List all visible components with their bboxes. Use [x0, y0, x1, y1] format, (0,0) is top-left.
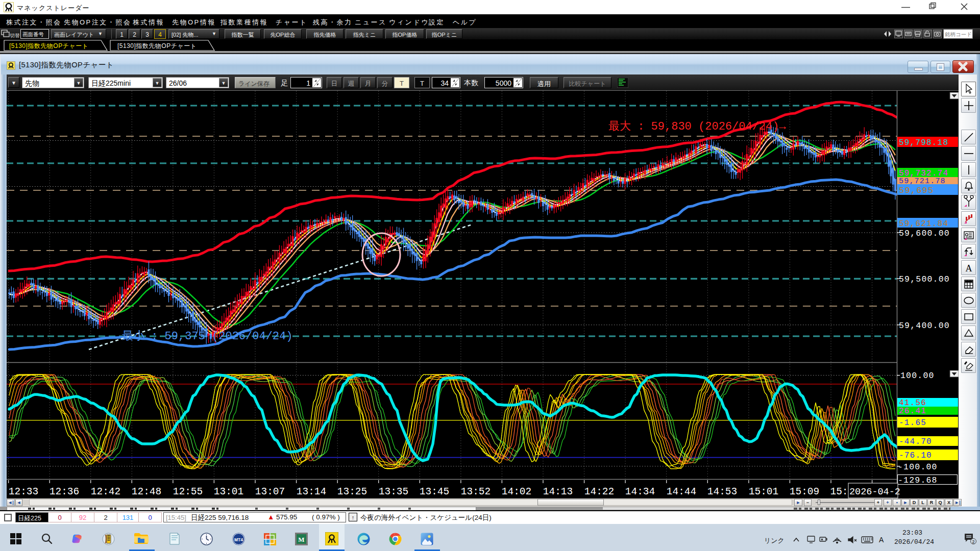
svg-text:12:33: 12:33: [9, 486, 39, 497]
svg-text:15:: 15:: [830, 486, 848, 497]
svg-text:最小 : 59,375 (2026/04/24): 最小 : 59,375 (2026/04/24): [122, 330, 292, 343]
svg-text:-100.00: -100.00: [898, 462, 938, 472]
svg-text:[5130]指数先物OPチャート: [5130]指数先物OPチャート: [117, 42, 197, 49]
svg-text:13:25: 13:25: [337, 486, 368, 497]
svg-text:100.00: 100.00: [900, 371, 935, 381]
svg-text:13:01: 13:01: [214, 486, 244, 497]
svg-text:26.41: 26.41: [899, 407, 926, 416]
svg-text:13:35: 13:35: [379, 486, 409, 497]
svg-text:15:09: 15:09: [790, 486, 820, 497]
svg-text:59,500.00: 59,500.00: [899, 274, 950, 284]
svg-text:12:55: 12:55: [173, 486, 203, 497]
svg-text:A: A: [879, 536, 884, 544]
svg-text:59,732.74: 59,732.74: [899, 169, 948, 178]
svg-text:14:53: 14:53: [707, 486, 738, 497]
svg-text:13:52: 13:52: [461, 486, 491, 497]
svg-text:14:34: 14:34: [625, 486, 655, 497]
svg-text:59,600.00: 59,600.00: [899, 229, 950, 238]
svg-text:A: A: [966, 263, 972, 273]
svg-text:59,621.84: 59,621.84: [899, 219, 948, 229]
svg-text:12:48: 12:48: [132, 486, 162, 497]
svg-text:-1.65: -1.65: [899, 418, 926, 428]
svg-text:最大 : 59,830 (2026/04/24)→: 最大 : 59,830 (2026/04/24)→: [608, 120, 786, 133]
svg-text:59,695: 59,695: [899, 186, 934, 195]
svg-text:14:13: 14:13: [543, 486, 573, 497]
svg-text:14:22: 14:22: [584, 486, 615, 497]
svg-text:12:36: 12:36: [50, 486, 80, 497]
svg-text:15:01: 15:01: [749, 486, 779, 497]
svg-text:59,400.00: 59,400.00: [899, 321, 950, 331]
svg-text:13:07: 13:07: [255, 486, 285, 497]
svg-text:-129.68: -129.68: [898, 475, 938, 485]
svg-text:59,798.18: 59,798.18: [899, 138, 948, 147]
svg-text:12:42: 12:42: [91, 486, 121, 497]
svg-text:M: M: [298, 536, 304, 543]
svg-text:13:45: 13:45: [420, 486, 450, 497]
svg-text:2: 2: [972, 539, 974, 544]
svg-text:[5130]指数先物OPチャート: [5130]指数先物OPチャート: [9, 42, 89, 49]
svg-text:-76.10: -76.10: [899, 451, 932, 460]
svg-text:MT4: MT4: [234, 537, 243, 542]
svg-text:-44.70: -44.70: [899, 437, 932, 446]
svg-text:14:44: 14:44: [667, 486, 697, 497]
svg-text:2026-04-2: 2026-04-2: [849, 487, 900, 497]
svg-text:14:02: 14:02: [502, 486, 532, 497]
svg-text:13:14: 13:14: [297, 486, 327, 497]
